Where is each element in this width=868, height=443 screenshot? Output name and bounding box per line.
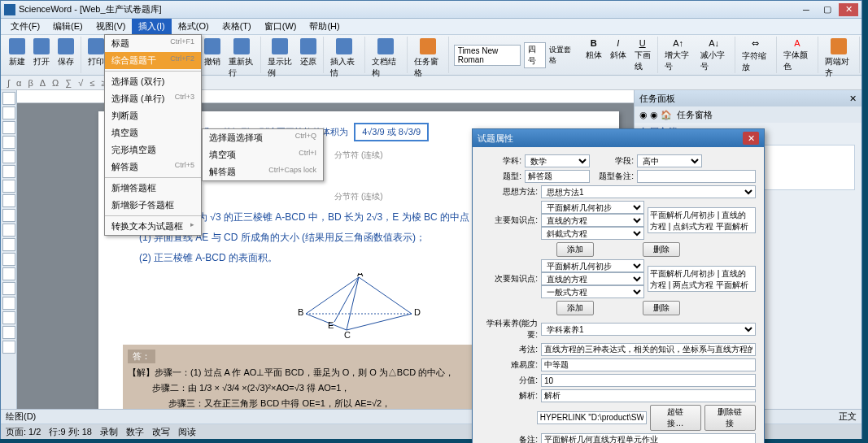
vtool-btn-8[interactable]	[2, 209, 15, 222]
dropdown-item[interactable]: 选择题 (单行)Ctrl+3	[105, 90, 201, 107]
vtool-btn-5[interactable]	[2, 165, 15, 178]
equation-box[interactable]: 4√3/9 或 8√3/9	[354, 123, 429, 141]
remove-link-button[interactable]: 删除链接	[704, 405, 756, 431]
stage-select[interactable]: 高中	[637, 154, 702, 167]
sec-kp-list[interactable]: 平面解析几何初步 | 直线的方程 | 两点式方程 平面解析几何初步 | 直线的方…	[648, 266, 756, 292]
italic-button[interactable]: I斜体	[607, 37, 630, 74]
dropdown-item[interactable]: 综合题题干Ctrl+F2	[105, 52, 201, 69]
menu-5[interactable]: 表格(T)	[216, 19, 258, 34]
vtool-btn-14[interactable]	[2, 297, 15, 310]
menu-7[interactable]: 帮助(H)	[303, 19, 346, 34]
eq-symbol[interactable]: α	[16, 78, 21, 88]
vtool-btn-12[interactable]	[2, 267, 15, 280]
vtool-btn-10[interactable]	[2, 238, 15, 251]
remark-input[interactable]	[541, 433, 756, 443]
increase-font-button[interactable]: A↑增大字号	[661, 37, 696, 74]
diff-input[interactable]	[541, 358, 756, 371]
font-color-button[interactable]: A字体颜色	[780, 37, 814, 74]
link-input[interactable]	[537, 411, 647, 424]
char-spacing-button[interactable]: ⇔字符缩放	[739, 37, 773, 75]
dropdown-item[interactable]: 标题Ctrl+F1	[105, 35, 201, 52]
menu-3[interactable]: 插入(I)	[132, 19, 171, 34]
sec-kp2-select[interactable]: 直线的方程	[541, 272, 644, 285]
eq-symbol[interactable]: Ω	[52, 78, 59, 88]
vtool-btn-0[interactable]	[2, 92, 15, 105]
minimize-button[interactable]: ─	[796, 3, 816, 16]
close-button[interactable]: ✕	[839, 3, 858, 16]
dropdown-item[interactable]: 新增答题框	[105, 180, 201, 197]
vtool-btn-3[interactable]	[2, 136, 15, 149]
insert-expr-button[interactable]: 插入表情	[327, 37, 361, 80]
sec-kp3-select[interactable]: 一般式方程	[541, 285, 644, 298]
submenu-item[interactable]: 选择题选择项Ctrl+Q	[203, 129, 323, 146]
underline-button[interactable]: U下画线	[631, 37, 654, 74]
font-size-select[interactable]: 四号	[524, 42, 546, 68]
main-kp1-select[interactable]: 平面解析几何初步	[541, 201, 644, 214]
main-kp-list[interactable]: 平面解析几何初步 | 直线的方程 | 点斜式方程 平面解析几何初步 | 直线的方…	[648, 207, 756, 233]
vtool-btn-1[interactable]	[2, 106, 15, 119]
add-main-kp-button[interactable]: 添加	[556, 242, 594, 257]
qnote-input[interactable]	[637, 170, 756, 183]
quality-select[interactable]: 学科素养1	[541, 323, 756, 336]
font-family-select[interactable]: Times New Roman	[454, 45, 521, 66]
menu-2[interactable]: 视图(V)	[89, 19, 133, 34]
eq-symbol[interactable]: ≤	[89, 78, 94, 88]
del-main-kp-button[interactable]: 删除	[643, 242, 680, 257]
save-button[interactable]: 保存	[55, 37, 77, 69]
dropdown-item[interactable]: 解答题Ctrl+5	[105, 159, 201, 176]
qtype-input[interactable]	[525, 170, 590, 183]
zoom-button[interactable]: 显示比例	[264, 37, 295, 80]
vtool-btn-13[interactable]	[2, 282, 15, 295]
open-button[interactable]: 打开	[30, 37, 53, 69]
submenu-item[interactable]: 填空项Ctrl+I	[203, 146, 323, 163]
eq-symbol[interactable]: β	[28, 78, 33, 88]
exam-input[interactable]	[541, 343, 756, 356]
vtool-btn-7[interactable]	[2, 194, 15, 207]
reset-button[interactable]: 还原	[297, 37, 320, 80]
dropdown-item[interactable]: 判断题	[105, 107, 201, 124]
vtool-btn-16[interactable]	[2, 326, 15, 339]
eq-symbol[interactable]: Δ	[40, 78, 46, 88]
analysis-input[interactable]	[541, 389, 756, 402]
dropdown-item[interactable]: 完形填空题	[105, 141, 201, 159]
new-button[interactable]: 新建	[6, 37, 28, 69]
method-select[interactable]: 思想方法1	[541, 185, 756, 198]
bold-button[interactable]: B粗体	[582, 37, 605, 74]
vtool-btn-17[interactable]	[2, 341, 15, 354]
decrease-font-button[interactable]: A↓减小字号	[697, 37, 731, 74]
vtool-btn-6[interactable]	[2, 180, 15, 193]
eq-symbol[interactable]: ∫	[7, 78, 10, 88]
dropdown-item[interactable]: 新增影子答题框	[105, 197, 201, 214]
dropdown-item[interactable]: 转换文本为试题框▸	[105, 218, 201, 235]
vtool-btn-15[interactable]	[2, 311, 15, 324]
subject-select[interactable]: 数学	[525, 154, 590, 167]
menu-6[interactable]: 窗口(W)	[258, 19, 303, 34]
draw-label[interactable]: 绘图(D)	[6, 410, 36, 423]
justify-button[interactable]: 两端对齐	[822, 37, 856, 80]
vtool-btn-4[interactable]	[2, 150, 15, 163]
hyperlink-button[interactable]: 超链接…	[650, 405, 701, 431]
eq-symbol[interactable]: ∑	[65, 78, 72, 88]
task-pane-button[interactable]: 任务窗格	[411, 37, 445, 80]
main-kp3-select[interactable]: 斜截式方程	[541, 227, 644, 240]
undo-button[interactable]: 撤销	[201, 37, 224, 80]
style-indicator[interactable]: 正文	[839, 410, 857, 423]
vtool-btn-2[interactable]	[2, 121, 15, 134]
submenu-item[interactable]: 解答题Ctrl+Caps lock	[203, 163, 323, 180]
dialog-close-button[interactable]: ✕	[743, 132, 759, 145]
dropdown-item[interactable]: 填空题	[105, 124, 201, 141]
menu-4[interactable]: 格式(O)	[172, 19, 216, 34]
score-input[interactable]	[541, 374, 756, 387]
dropdown-item[interactable]: 选择题 (双行)	[105, 73, 201, 90]
sec-kp1-select[interactable]: 平面解析几何初步	[541, 259, 644, 272]
doc-structure-button[interactable]: 文档结构	[369, 37, 403, 80]
main-kp2-select[interactable]: 直线的方程	[541, 214, 644, 227]
format-set-link[interactable]: 设置套格	[549, 45, 574, 66]
eq-symbol[interactable]: √	[78, 78, 83, 88]
menu-1[interactable]: 编辑(E)	[46, 19, 89, 34]
vtool-btn-11[interactable]	[2, 253, 15, 266]
menu-0[interactable]: 文件(F)	[4, 19, 46, 34]
del-sec-kp-button[interactable]: 删除	[643, 301, 680, 315]
vtool-btn-9[interactable]	[2, 224, 15, 237]
reexec-button[interactable]: 重新执行	[225, 37, 256, 80]
